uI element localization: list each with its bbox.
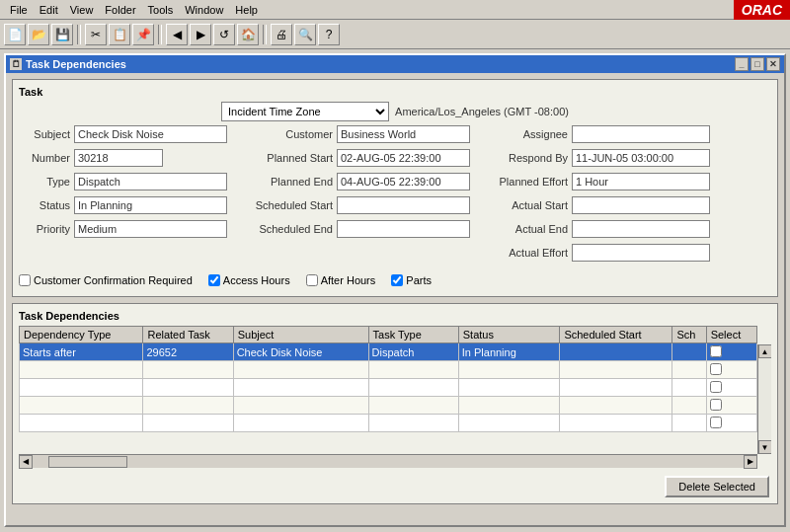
toolbar-home[interactable]: 🏠 <box>237 24 259 45</box>
scroll-track <box>758 358 771 440</box>
table-row[interactable] <box>20 397 757 415</box>
checkbox-row: Customer Confirmation Required Access Ho… <box>19 270 771 290</box>
cell-subject <box>233 397 368 415</box>
row-select-checkbox[interactable] <box>710 399 722 411</box>
toolbar-preview[interactable]: 🔍 <box>294 24 316 45</box>
maximize-button[interactable]: □ <box>750 57 764 71</box>
access-hours-checkbox[interactable] <box>208 274 220 286</box>
cell-subject <box>233 415 368 432</box>
toolbar-print[interactable]: 🖨 <box>271 24 292 45</box>
table-row[interactable] <box>20 379 757 397</box>
toolbar-save[interactable]: 💾 <box>51 24 73 45</box>
toolbar-copy[interactable]: 📋 <box>109 24 130 45</box>
toolbar-paste[interactable]: 📌 <box>132 24 154 45</box>
menu-edit[interactable]: Edit <box>34 3 64 17</box>
col-status: Status <box>458 327 560 343</box>
actual-end-input[interactable] <box>572 220 710 238</box>
respond-by-input[interactable] <box>572 149 710 167</box>
row-select-checkbox[interactable] <box>710 363 722 375</box>
cell-dep-type: Starts after <box>20 343 143 361</box>
customer-input[interactable] <box>337 125 470 143</box>
actual-start-input[interactable] <box>572 196 710 214</box>
scheduled-end-label: Scheduled End <box>254 223 333 235</box>
task-section: Task Incident Time Zone America/Los_Ange… <box>12 79 778 297</box>
toolbar-refresh[interactable]: ↺ <box>213 24 235 45</box>
actual-effort-label: Actual Effort <box>489 247 568 259</box>
type-input[interactable] <box>74 173 227 190</box>
after-hours-checkbox[interactable] <box>306 274 318 286</box>
toolbar-open[interactable]: 📂 <box>28 24 49 45</box>
table-container: Dependency Type Related Task Subject Tas… <box>19 326 771 454</box>
dependencies-title: Task Dependencies <box>19 310 771 322</box>
scheduled-start-input[interactable] <box>337 196 470 214</box>
form-col-1: Subject Number Type Status <box>19 125 236 265</box>
planned-effort-input[interactable] <box>572 173 710 190</box>
scroll-up-button[interactable]: ▲ <box>758 344 772 358</box>
row-select-checkbox[interactable] <box>710 345 722 357</box>
actual-effort-input[interactable] <box>572 244 710 262</box>
toolbar-new[interactable]: 📄 <box>4 24 26 45</box>
cell-scheduled-start <box>560 361 672 379</box>
cell-sch <box>672 397 706 415</box>
cell-select[interactable] <box>706 415 756 432</box>
delete-selected-button[interactable]: Delete Selected <box>665 476 769 497</box>
menu-file[interactable]: File <box>4 3 34 17</box>
menu-view[interactable]: View <box>64 3 100 17</box>
window-titlebar: 🗒 Task Dependencies _ □ ✕ <box>6 55 784 73</box>
toolbar-sep-1 <box>77 25 81 44</box>
assignee-input[interactable] <box>572 125 710 143</box>
scroll-right-button[interactable]: ▶ <box>744 455 757 469</box>
vertical-scrollbar[interactable]: ▲ ▼ <box>757 344 771 454</box>
task-form: Subject Number Type Status <box>19 125 771 265</box>
customer-confirmation-checkbox[interactable] <box>19 274 31 286</box>
cell-sch <box>672 343 706 361</box>
timezone-select[interactable]: Incident Time Zone <box>221 102 389 121</box>
close-button[interactable]: ✕ <box>766 57 780 71</box>
parts-checkbox[interactable] <box>391 274 403 286</box>
toolbar-back[interactable]: ◀ <box>166 24 188 45</box>
window-title: Task Dependencies <box>26 58 126 70</box>
toolbar-forward[interactable]: ▶ <box>190 24 211 45</box>
menu-folder[interactable]: Folder <box>99 3 141 17</box>
cell-related-task <box>143 397 233 415</box>
table-row[interactable] <box>20 361 757 379</box>
status-input[interactable] <box>74 196 227 214</box>
cell-subject: Check Disk Noise <box>233 343 368 361</box>
form-col-3: Assignee Respond By Planned Effort Actua… <box>489 125 716 265</box>
scheduled-end-input[interactable] <box>337 220 470 238</box>
cell-select[interactable] <box>706 379 756 397</box>
subject-input[interactable] <box>74 125 227 143</box>
number-label: Number <box>19 152 70 164</box>
parts-item: Parts <box>391 274 432 286</box>
cell-dep-type <box>20 415 143 432</box>
customer-label: Customer <box>254 128 333 140</box>
planned-start-input[interactable] <box>337 149 470 167</box>
cell-subject <box>233 361 368 379</box>
toolbar-cut[interactable]: ✂ <box>85 24 107 45</box>
table-row[interactable]: Starts after 29652 Check Disk Noise Disp… <box>20 343 757 361</box>
row-select-checkbox[interactable] <box>710 381 722 393</box>
timezone-row: Incident Time Zone America/Los_Angeles (… <box>19 102 771 121</box>
priority-label: Priority <box>19 223 70 235</box>
horizontal-scrollbar[interactable]: ◀ ▶ <box>19 454 757 468</box>
cell-select[interactable] <box>706 343 756 361</box>
planned-end-input[interactable] <box>337 173 470 190</box>
scroll-left-button[interactable]: ◀ <box>19 455 33 469</box>
cell-select[interactable] <box>706 361 756 379</box>
menu-help[interactable]: Help <box>229 3 264 17</box>
minimize-button[interactable]: _ <box>735 57 749 71</box>
cell-sch <box>672 379 706 397</box>
number-input[interactable] <box>74 149 163 167</box>
status-label: Status <box>19 199 70 211</box>
table-body: Starts after 29652 Check Disk Noise Disp… <box>20 343 757 432</box>
menu-tools[interactable]: Tools <box>142 3 180 17</box>
table-row[interactable] <box>20 415 757 432</box>
cell-related-task: 29652 <box>143 343 233 361</box>
priority-input[interactable] <box>74 220 227 238</box>
scroll-down-button[interactable]: ▼ <box>758 440 772 454</box>
col-subject: Subject <box>233 327 368 343</box>
row-select-checkbox[interactable] <box>710 417 722 428</box>
cell-select[interactable] <box>706 397 756 415</box>
menu-window[interactable]: Window <box>179 3 229 17</box>
toolbar-help[interactable]: ? <box>318 24 340 45</box>
